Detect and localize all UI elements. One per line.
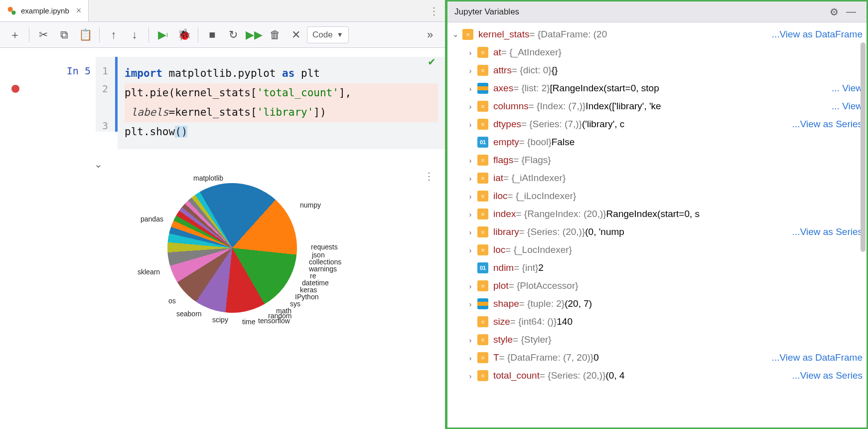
view-link[interactable]: ... View: [827, 101, 863, 112]
chevron-right-icon[interactable]: ›: [465, 156, 475, 165]
view-as-dataframe-link[interactable]: ...View as DataFrame: [767, 29, 863, 40]
var-index[interactable]: ›≡index = {RangeIndex: (20,)} RangeIndex…: [447, 205, 867, 223]
object-icon: ≡: [462, 29, 473, 40]
var-dtypes[interactable]: ›≡dtypes = {Series: (7,)} ('library', c.…: [447, 115, 867, 133]
type-icon: [477, 83, 488, 94]
breakpoint-icon: [11, 85, 19, 93]
minimize-icon[interactable]: —: [843, 6, 860, 17]
chevron-right-icon[interactable]: ›: [465, 210, 475, 218]
chevron-right-icon[interactable]: ›: [465, 300, 475, 308]
tab-overflow-icon[interactable]: ⋮: [429, 5, 438, 17]
type-icon: ≡: [477, 155, 488, 166]
chevron-down-icon[interactable]: ⌄: [450, 30, 460, 39]
svg-point-1: [11, 10, 15, 14]
code-cell[interactable]: ✔ In 5 123 import matplotlib.pyplot as p…: [0, 57, 445, 149]
var-kernel-stats[interactable]: ⌄ ≡ kernel_stats = {DataFrame: (20 ...Vi…: [447, 25, 867, 43]
move-up-button[interactable]: ↑: [104, 25, 124, 45]
notebook-toolbar: ＋ ✂ ⧉ 📋 ↑ ↓ ▶I 🐞 ■ ↻ ▶▶ 🗑 ✕ Code ▼ »: [0, 22, 445, 48]
toolbar-overflow-button[interactable]: »: [420, 25, 440, 45]
breakpoint-gutter[interactable]: [0, 57, 31, 93]
type-icon: ≡: [477, 352, 488, 363]
var-total_count[interactable]: ›≡total_count = {Series: (20,)} (0, 4...…: [447, 367, 867, 385]
var-attrs[interactable]: ›≡attrs = {dict: 0} {}: [447, 61, 867, 79]
delete-button[interactable]: 🗑: [265, 25, 285, 45]
stop-button[interactable]: ■: [202, 25, 222, 45]
type-icon: [477, 298, 488, 309]
paste-button[interactable]: 📋: [75, 25, 95, 45]
var-library[interactable]: ›≡library = {Series: (20,)} (0, 'nump...…: [447, 223, 867, 241]
pie-label-scipy: scipy: [212, 316, 228, 324]
cell-type-label: Code: [312, 30, 333, 40]
collapse-output-icon[interactable]: ⌄: [94, 159, 103, 170]
var-ndim[interactable]: 01ndim = {int} 2: [447, 259, 867, 277]
view-link[interactable]: ...View as Series: [787, 226, 863, 237]
var-T[interactable]: ›≡T = {DataFrame: (7, 20)} 0...View as D…: [447, 349, 867, 367]
copy-button[interactable]: ⧉: [54, 25, 74, 45]
chevron-right-icon[interactable]: ›: [465, 174, 475, 183]
chevron-right-icon[interactable]: ›: [465, 192, 475, 201]
var-iloc[interactable]: ›≡iloc = {_iLocIndexer}: [447, 187, 867, 205]
type-icon: ≡: [477, 226, 488, 237]
chevron-right-icon[interactable]: ›: [465, 354, 475, 362]
var-at[interactable]: ›≡at = {_AtIndexer}: [447, 43, 867, 61]
pie-label-numpy: numpy: [300, 201, 321, 209]
run-cell-button[interactable]: ▶I: [153, 25, 173, 45]
add-cell-button[interactable]: ＋: [5, 25, 25, 45]
scrollbar[interactable]: [861, 42, 866, 252]
debug-cell-button[interactable]: 🐞: [174, 25, 194, 45]
tab-filename: example.ipynb: [21, 6, 69, 15]
var-columns[interactable]: ›≡columns = {Index: (7,)} Index(['librar…: [447, 97, 867, 115]
var-plot[interactable]: ›≡plot = {PlotAccessor}: [447, 277, 867, 295]
gear-icon[interactable]: ⚙: [826, 6, 843, 18]
var-flags[interactable]: ›≡flags = {Flags}: [447, 151, 867, 169]
pie-label-ipython: IPython: [295, 293, 318, 301]
code-editor[interactable]: import matplotlib.pyplot as plt plt.pie(…: [118, 57, 445, 149]
chevron-right-icon[interactable]: ›: [465, 282, 475, 290]
cell-type-select[interactable]: Code ▼: [307, 26, 349, 43]
clear-button[interactable]: ✕: [286, 25, 306, 45]
chevron-right-icon[interactable]: ›: [465, 372, 475, 380]
view-link[interactable]: ...View as DataFrame: [767, 352, 863, 363]
chevron-right-icon[interactable]: ›: [465, 336, 475, 344]
close-tab-icon[interactable]: ×: [76, 5, 82, 16]
pie-label-json: json: [312, 251, 325, 259]
chevron-right-icon[interactable]: ›: [465, 102, 475, 111]
pie-label-warnings: warnings: [309, 265, 337, 273]
view-link[interactable]: ...View as Series: [787, 119, 863, 130]
var-iat[interactable]: ›≡iat = {_iAtIndexer}: [447, 169, 867, 187]
cut-button[interactable]: ✂: [33, 25, 53, 45]
pie-label-sys: sys: [290, 300, 300, 308]
variables-panel-header: Jupyter Variables ⚙ —: [447, 1, 867, 22]
variables-tree[interactable]: ⌄ ≡ kernel_stats = {DataFrame: (20 ...Vi…: [447, 22, 867, 428]
view-link[interactable]: ... View: [827, 83, 863, 94]
chevron-right-icon[interactable]: ›: [465, 228, 475, 236]
type-icon: ≡: [477, 316, 488, 327]
notebook-canvas: ✔ In 5 123 import matplotlib.pyplot as p…: [0, 48, 445, 429]
var-axes[interactable]: ›axes = {list: 2} [RangeIndex(start=0, s…: [447, 79, 867, 97]
chevron-right-icon[interactable]: ›: [465, 66, 475, 75]
chevron-right-icon[interactable]: ›: [465, 120, 475, 129]
view-link[interactable]: ...View as Series: [787, 370, 863, 381]
chevron-right-icon[interactable]: ›: [465, 84, 475, 93]
var-empty[interactable]: 01empty = {bool} False: [447, 133, 867, 151]
var-shape[interactable]: ›shape = {tuple: 2} (20, 7): [447, 295, 867, 313]
type-icon: 01: [477, 137, 488, 148]
type-icon: ≡: [477, 280, 488, 291]
run-all-button[interactable]: ▶▶: [244, 25, 264, 45]
variables-panel-title: Jupyter Variables: [454, 7, 519, 17]
var-style[interactable]: ›≡style = {Styler}: [447, 331, 867, 349]
var-size[interactable]: ≡size = {int64: ()} 140: [447, 313, 867, 331]
move-down-button[interactable]: ↓: [125, 25, 145, 45]
var-loc[interactable]: ›≡loc = {_LocIndexer}: [447, 241, 867, 259]
type-icon: 01: [477, 262, 488, 273]
pie-label-datetime: datetime: [302, 279, 329, 287]
cell-output-wrap: ⌄ ⋮ numpy matplotlib pandas sklearn os s…: [0, 154, 445, 337]
restart-button[interactable]: ↻: [223, 25, 243, 45]
checkmark-icon: ✔: [428, 56, 436, 68]
output-more-icon[interactable]: ⋮: [424, 171, 433, 182]
pie-label-re: re: [310, 272, 316, 280]
line-numbers: 123: [96, 57, 118, 132]
chevron-right-icon[interactable]: ›: [465, 246, 475, 254]
chevron-right-icon[interactable]: ›: [465, 48, 475, 57]
tab-example-ipynb[interactable]: example.ipynb ×: [0, 0, 89, 21]
